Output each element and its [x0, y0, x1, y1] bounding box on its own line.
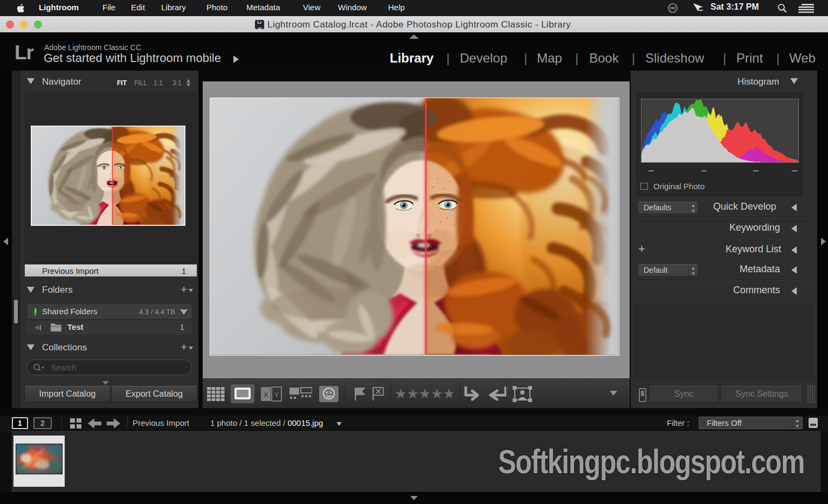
svg-text:Y: Y [274, 391, 279, 399]
svg-text:X: X [264, 391, 268, 399]
